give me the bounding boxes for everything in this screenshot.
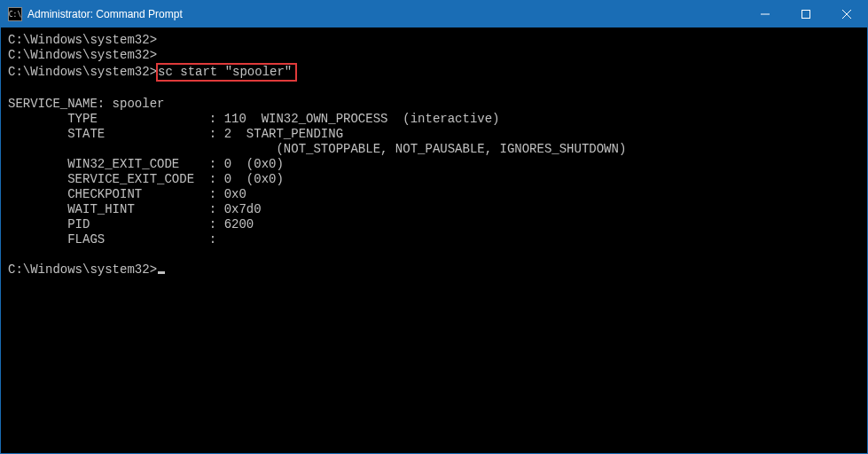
- prompt-line: C:\Windows\system32>: [8, 48, 860, 63]
- cursor: [158, 271, 165, 274]
- output-row: WAIT_HINT : 0x7d0: [8, 202, 860, 217]
- titlebar[interactable]: C:\ Administrator: Command Prompt: [1, 1, 867, 27]
- terminal-output[interactable]: C:\Windows\system32>C:\Windows\system32>…: [1, 27, 867, 453]
- blank-line: [8, 247, 860, 262]
- svg-rect-0: [802, 11, 810, 19]
- output-row: SERVICE_EXIT_CODE : 0 (0x0): [8, 172, 860, 187]
- service-header: SERVICE_NAME: spooler: [8, 97, 860, 112]
- minimize-icon: [761, 10, 770, 19]
- window-title: Administrator: Command Prompt: [27, 8, 183, 20]
- close-icon: [842, 10, 851, 19]
- command-prompt-window: C:\ Administrator: Command Prompt C:\Win…: [0, 0, 868, 454]
- maximize-button[interactable]: [786, 1, 826, 27]
- output-row: CHECKPOINT : 0x0: [8, 187, 860, 202]
- highlighted-command: sc start "spooler": [156, 63, 297, 82]
- prompt-line: C:\Windows\system32>: [8, 262, 860, 278]
- output-row: PID : 6200: [8, 217, 860, 232]
- output-row: WIN32_EXIT_CODE : 0 (0x0): [8, 157, 860, 172]
- close-button[interactable]: [826, 1, 867, 27]
- minimize-button[interactable]: [745, 1, 786, 27]
- cmd-icon: C:\: [8, 7, 22, 21]
- prompt-line: C:\Windows\system32>: [8, 33, 860, 48]
- maximize-icon: [802, 10, 810, 19]
- blank-line: [8, 82, 860, 97]
- command-line: C:\Windows\system32>sc start "spooler": [8, 63, 860, 82]
- output-row: (NOT_STOPPABLE, NOT_PAUSABLE, IGNORES_SH…: [8, 142, 860, 157]
- output-row: FLAGS :: [8, 232, 860, 247]
- output-row: TYPE : 110 WIN32_OWN_PROCESS (interactiv…: [8, 112, 860, 127]
- output-row: STATE : 2 START_PENDING: [8, 127, 860, 142]
